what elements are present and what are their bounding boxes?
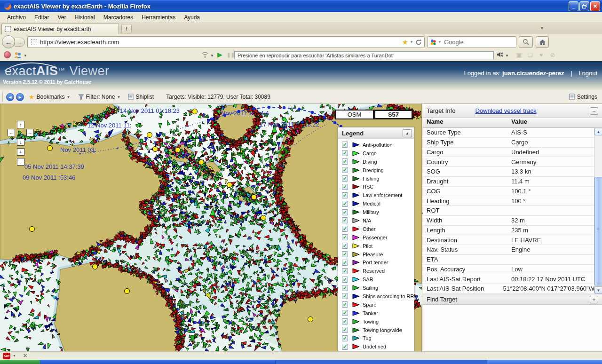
table-row[interactable]: CargoUndefined [423, 148, 594, 158]
layer-button-s57[interactable]: S57 [374, 110, 413, 119]
search-engine-dropdown-icon[interactable]: ▼ [438, 40, 442, 44]
legend-checkbox[interactable]: ✓ [342, 209, 348, 215]
filter-button[interactable]: Filter: None▼ [74, 94, 125, 100]
zoom-out-button[interactable]: − [17, 158, 24, 166]
legend-checkbox[interactable]: ✓ [342, 142, 348, 148]
table-row[interactable]: CountryGermany [423, 157, 594, 167]
speaker-icon[interactable] [497, 51, 503, 58]
play-icon[interactable]: ▶ [217, 51, 222, 58]
legend-checkbox[interactable]: ✓ [342, 150, 348, 156]
wifi-dropdown-icon[interactable]: ▼ [210, 54, 214, 58]
legend-checkbox[interactable]: ✓ [342, 167, 348, 173]
disabled-block-icon[interactable]: ⊘ [550, 52, 555, 58]
legend-checkbox[interactable]: ✓ [342, 318, 348, 324]
menu-ayuda[interactable]: Ayuda [180, 13, 204, 22]
legend-checkbox[interactable]: ✓ [342, 234, 348, 240]
download-vessel-track-link[interactable]: Download vessel track [475, 107, 536, 114]
forward-button[interactable]: → [15, 38, 25, 47]
pan-right-button[interactable]: → [26, 129, 34, 136]
table-row[interactable]: SOG13.3 kn [423, 167, 594, 177]
disabled-heart-icon[interactable]: ♥ [539, 52, 543, 58]
extension-icon[interactable] [4, 51, 11, 58]
legend-checkbox[interactable]: ✓ [342, 184, 348, 190]
home-button[interactable] [536, 36, 549, 48]
wifi-icon[interactable] [201, 51, 209, 58]
table-row[interactable]: Pos. AccuracyLow [423, 265, 594, 275]
find-target-expand-button[interactable]: + [590, 296, 598, 303]
extension-dropdown-icon[interactable]: ▼ [24, 54, 27, 58]
table-row[interactable]: Last AIS-Sat Report00:18:22 17 Nov 2011 … [423, 274, 594, 284]
table-row[interactable]: DestinationLE HAVRE [423, 235, 594, 245]
addon-bar-close-icon[interactable]: ✕ [23, 353, 27, 359]
search-bar[interactable]: ▼ [427, 36, 516, 48]
legend-checkbox[interactable]: ✓ [342, 251, 348, 257]
legend-checkbox[interactable]: ✓ [342, 293, 348, 299]
close-button[interactable]: ✕ [590, 1, 600, 11]
menu-archivo[interactable]: Archivo [3, 13, 30, 22]
adblock-plus-icon[interactable]: ABP [3, 353, 10, 359]
contacts-people-icon[interactable] [14, 51, 22, 59]
legend-checkbox[interactable]: ✓ [342, 335, 348, 341]
settings-button[interactable]: Settings [569, 94, 597, 100]
google-logo-icon[interactable] [430, 39, 436, 46]
table-row[interactable]: Last AIS-Sat Position51°22'08.400"N 017°… [423, 284, 594, 294]
menu-historial[interactable]: Historial [70, 13, 99, 22]
minimize-button[interactable]: _ [569, 1, 578, 11]
legend-checkbox[interactable]: ✓ [342, 344, 348, 350]
table-row[interactable]: Draught11.4 m [423, 177, 594, 187]
legend-checkbox[interactable]: ✓ [342, 310, 348, 316]
logout-link[interactable]: Logout [578, 70, 597, 77]
site-identity-icon[interactable] [31, 39, 37, 45]
table-row[interactable]: Nav. StatusEngine [423, 245, 594, 255]
target-info-minimize-button[interactable]: − [590, 107, 598, 115]
find-target-bar[interactable]: Find Target + [423, 294, 602, 305]
pan-left-button[interactable]: ← [8, 129, 15, 136]
scrollbar-thumb[interactable] [594, 177, 602, 285]
legend-checkbox[interactable]: ✓ [342, 243, 348, 249]
legend-checkbox[interactable]: ✓ [342, 285, 348, 291]
legend-checkbox[interactable]: ✓ [342, 277, 348, 283]
bookmarks-button[interactable]: ★ Bookmarks▼ [25, 93, 74, 101]
url-bar[interactable]: ★ ▼ [27, 36, 425, 48]
abp-dropdown-icon[interactable]: ▼ [13, 354, 16, 357]
scroll-down-icon[interactable]: ▼ [594, 286, 602, 294]
bookmark-star-icon[interactable]: ★ [402, 38, 408, 47]
menu-herramientas[interactable]: Herramientas [137, 13, 180, 22]
disabled-chat-icon[interactable]: ❏ [528, 52, 533, 58]
table-row[interactable]: COG100.1 ° [423, 187, 594, 197]
search-go-button[interactable] [519, 36, 533, 48]
shiplist-button[interactable]: Shiplist [124, 94, 158, 100]
restore-button[interactable] [579, 1, 589, 11]
pan-down-button[interactable]: ↓ [17, 138, 24, 146]
table-scrollbar[interactable]: ▲ ▼ [594, 128, 602, 294]
table-row[interactable]: ETA [423, 255, 594, 265]
legend-checkbox[interactable]: ✓ [342, 201, 348, 207]
table-row[interactable]: Source TypeAIS-S [423, 128, 594, 138]
legend-checkbox[interactable]: ✓ [342, 327, 348, 333]
menu-editar[interactable]: Editar [30, 13, 53, 22]
zoom-in-button[interactable]: + [17, 148, 24, 156]
reload-icon[interactable] [415, 39, 422, 46]
pan-up-button[interactable]: ↑ [17, 121, 24, 128]
url-input[interactable] [40, 39, 401, 46]
disabled-square-icon[interactable]: ▣ [516, 52, 522, 58]
new-tab-button[interactable]: + [121, 24, 132, 33]
list-all-tabs-icon[interactable]: ▼ [540, 26, 544, 31]
table-row[interactable]: Ship TypeCargo [423, 138, 594, 148]
map-forward-button[interactable]: ► [16, 93, 24, 101]
speaker-dropdown-icon[interactable]: ▼ [505, 54, 509, 58]
url-dropdown-icon[interactable]: ▼ [410, 40, 413, 44]
now-playing-banner[interactable]: Presione en reproducir para escuchar 'Ar… [234, 51, 494, 59]
legend-checkbox[interactable]: ✓ [342, 158, 348, 165]
menu-ver[interactable]: Ver [53, 13, 70, 22]
legend-checkbox[interactable]: ✓ [342, 217, 348, 223]
map-back-button[interactable]: ◄ [6, 93, 14, 101]
legend-collapse-button[interactable]: ▲ [403, 129, 412, 137]
table-row[interactable]: ROT [423, 206, 594, 216]
legend-checkbox[interactable]: ✓ [342, 175, 348, 182]
tab-exactais-viewer[interactable]: exactAIS Viewer by exactEarth [1, 23, 119, 34]
layer-button-osm[interactable]: OSM [335, 110, 374, 119]
legend-checkbox[interactable]: ✓ [342, 301, 348, 308]
table-row[interactable]: Length235 m [423, 226, 594, 236]
scroll-up-icon[interactable]: ▲ [594, 128, 602, 135]
